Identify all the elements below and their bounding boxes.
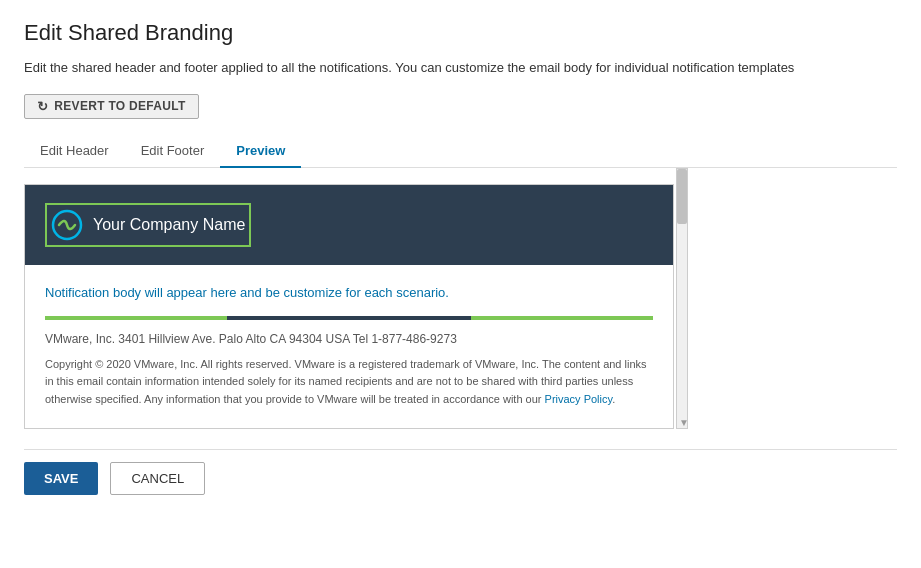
footer-divider-bar — [45, 316, 653, 320]
preview-area: Your Company Name Notification body will… — [24, 184, 674, 430]
page-container: Edit Shared Branding Edit the shared hea… — [0, 0, 921, 568]
scrollbar-thumb[interactable] — [677, 169, 687, 224]
scrollbar-arrow-down[interactable]: ▼ — [679, 417, 685, 428]
scrollbar-track[interactable]: ▼ — [676, 168, 688, 430]
revert-to-default-button[interactable]: ↺ REVERT TO DEFAULT — [24, 94, 199, 119]
privacy-policy-link[interactable]: Privacy Policy — [545, 393, 613, 405]
notification-placeholder-text: Notification body will appear here and b… — [45, 285, 653, 300]
footer-address-text: VMware, Inc. 3401 Hillview Ave. Palo Alt… — [45, 332, 653, 346]
cancel-button[interactable]: CANCEL — [110, 462, 205, 495]
tab-edit-footer[interactable]: Edit Footer — [125, 135, 221, 168]
company-name-text: Your Company Name — [93, 216, 245, 234]
preview-body: Notification body will appear here and b… — [25, 265, 673, 429]
action-bar: SAVE CANCEL — [24, 449, 897, 495]
tabs-bar: Edit Header Edit Footer Preview — [24, 135, 897, 168]
footer-copyright-text: Copyright © 2020 VMware, Inc. All rights… — [45, 356, 653, 409]
company-logo-wrapper: Your Company Name — [45, 203, 251, 247]
tab-preview[interactable]: Preview — [220, 135, 301, 168]
tab-edit-header[interactable]: Edit Header — [24, 135, 125, 168]
company-logo-icon — [51, 209, 83, 241]
revert-icon: ↺ — [37, 99, 48, 114]
page-description: Edit the shared header and footer applie… — [24, 58, 897, 78]
save-button[interactable]: SAVE — [24, 462, 98, 495]
page-title: Edit Shared Branding — [24, 20, 897, 46]
revert-button-label: REVERT TO DEFAULT — [54, 99, 185, 113]
preview-header: Your Company Name — [25, 185, 673, 265]
preview-wrapper: Your Company Name Notification body will… — [24, 168, 724, 430]
privacy-policy-suffix: . — [612, 393, 615, 405]
